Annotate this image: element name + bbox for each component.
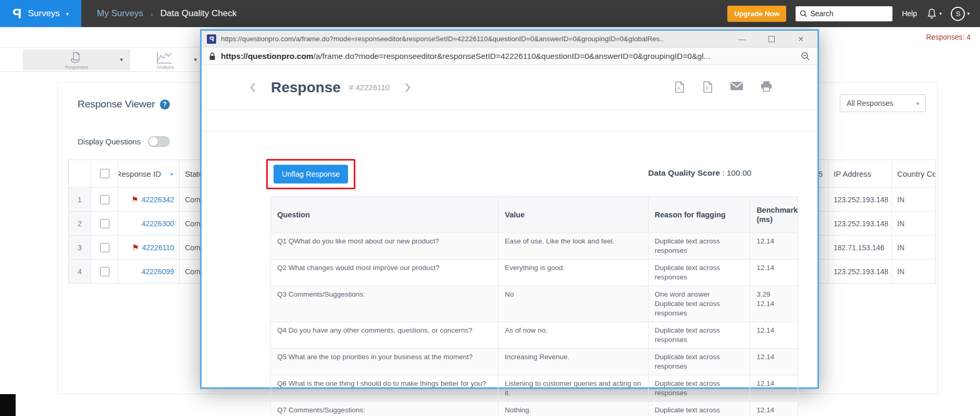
response-id-link[interactable]: 42226342 [142, 195, 174, 204]
response-id-link[interactable]: 42226110 [142, 243, 174, 252]
export-excel-icon[interactable]: X [702, 81, 713, 93]
row-checkbox[interactable] [100, 267, 109, 276]
unflag-response-button[interactable]: Unflag Response [274, 165, 348, 183]
upgrade-now-button[interactable]: Upgrade Now [727, 6, 786, 22]
benchmark-cell: 12.14 [750, 349, 798, 375]
country-cell: IN [891, 236, 935, 259]
analysis-tool-label: Analysis [147, 65, 183, 70]
chevron-down-icon: ▾ [939, 11, 942, 16]
response-tabs [202, 110, 817, 132]
print-icon[interactable] [760, 81, 773, 92]
window-titlebar[interactable]: P https://questionpro.com/a/frame.do?mod… [202, 31, 817, 47]
address-url-domain: https://questionpro.com [221, 52, 313, 60]
next-response-button[interactable] [404, 82, 411, 93]
account-menu[interactable]: S ▾ [951, 7, 970, 21]
reason-cell: Duplicate text across responses [648, 260, 750, 286]
breadcrumb-my-surveys[interactable]: My Surveys [97, 8, 143, 19]
lock-icon [209, 52, 216, 60]
question-cell: Q7 Comments/Suggestions: [271, 402, 498, 416]
page-title: Response Viewer [78, 99, 155, 110]
ip-address-cell: 182.71.153.146 [828, 236, 891, 259]
table-row: Q7 Comments/Suggestions: Nothing. Duplic… [271, 401, 798, 416]
flag-icon: ⚑ [131, 195, 138, 203]
help-circle-icon[interactable]: ? [160, 100, 170, 109]
question-cell: Q3 Comments/Suggestions: [271, 286, 498, 322]
table-row: Q4 Do you have any other comments, quest… [271, 322, 798, 348]
row-number: 2 [69, 212, 91, 235]
product-name: Surveys [28, 8, 59, 19]
table-row: Q5 What are the top priorities in your b… [271, 348, 798, 375]
responses-tool-button[interactable]: Responses ▾ [23, 50, 130, 70]
reason-cell: Duplicate text across responses [648, 233, 750, 259]
response-id-cell: ⚑ 42226099 [118, 260, 179, 283]
select-all-checkbox[interactable] [100, 169, 109, 178]
breadcrumb-current: Data Quality Check [160, 8, 237, 19]
maximize-icon[interactable] [768, 36, 775, 42]
flag-icon: ⚑ [132, 243, 139, 251]
response-header: Response # 42226110 A X [202, 65, 817, 110]
select-all-cell [91, 160, 118, 187]
svg-text:A: A [677, 85, 680, 91]
previous-response-button[interactable] [250, 82, 256, 93]
responses-count: Responses: 4 [926, 33, 971, 41]
bell-icon [926, 8, 937, 19]
avatar: S [951, 7, 965, 21]
response-id-link[interactable]: 42226300 [142, 219, 174, 228]
value-cell: Listening to customer queries and acting… [498, 375, 648, 401]
table-row: Q2 What changes would most improve our p… [271, 259, 798, 286]
chevron-down-icon[interactable]: ▾ [120, 56, 123, 63]
display-questions-label: Display Questions [78, 137, 141, 146]
minimize-icon[interactable]: — [738, 35, 746, 43]
window-title: https://questionpro.com/a/frame.do?mode=… [221, 35, 729, 43]
sort-ascending-icon[interactable]: ▲ [169, 171, 174, 176]
benchmark-cell: 12.14 [750, 402, 798, 416]
analytics-toolbar: Responses ▾ Analysis ▾ [0, 47, 200, 72]
responses-tool-label: Responses [23, 65, 130, 70]
analysis-tool-button[interactable]: Analysis ▾ [147, 50, 200, 70]
notifications-menu[interactable]: ▾ [926, 8, 942, 19]
response-id-link[interactable]: 42226099 [142, 267, 174, 276]
reason-cell: Duplicate text across responses [648, 322, 750, 348]
value-cell: Increasing Revenue. [498, 349, 648, 375]
country-header: Country Co [891, 160, 935, 187]
display-questions-toggle[interactable] [148, 136, 170, 147]
value-cell: Ease of use. Like the look and feel. [498, 233, 648, 259]
data-quality-table-body: Q1 QWhat do you like most about our new … [271, 233, 798, 416]
question-cell: Q4 Do you have any other comments, quest… [271, 322, 498, 348]
zoom-out-icon[interactable] [801, 52, 810, 61]
address-url-path: /a/frame.do?mode=responseeditor&response… [313, 52, 710, 60]
benchmark-cell: 3.2912.14 [750, 286, 798, 322]
row-checkbox[interactable] [100, 219, 109, 228]
row-checkbox[interactable] [100, 195, 109, 204]
search-icon [800, 10, 807, 17]
page-title-row: Response Viewer ? [78, 99, 170, 110]
score-label: Data Quality Score [648, 168, 720, 177]
reason-cell: Duplicate text across responses [648, 375, 750, 401]
global-search[interactable] [796, 6, 892, 21]
chevron-down-icon[interactable]: ▾ [194, 56, 197, 63]
response-filter-dropdown[interactable]: All Responses ▾ [840, 94, 926, 112]
address-url[interactable]: https://questionpro.com/a/frame.do?mode=… [221, 52, 796, 61]
help-link[interactable]: Help [902, 9, 917, 18]
response-id-cell: ⚑ 42226300 [118, 212, 179, 235]
row-checkbox-cell [91, 212, 118, 235]
product-switcher[interactable]: P Surveys ▾ [0, 0, 81, 27]
reason-cell: One word answerDuplicate text across res… [648, 286, 750, 322]
breadcrumb-separator-icon: › [151, 9, 153, 18]
value-cell: Everything is good. [498, 260, 648, 286]
search-input[interactable] [810, 9, 878, 18]
value-cell: As of now no. [498, 322, 648, 348]
benchmark-cell: 12.14 [750, 260, 798, 286]
email-icon[interactable] [730, 81, 743, 91]
question-cell: Q1 QWhat do you like most about our new … [271, 233, 498, 259]
ip-address-cell: 123.252.193.148 [828, 260, 891, 283]
response-editor-window: P https://questionpro.com/a/frame.do?mod… [200, 29, 819, 389]
navbar-right: Upgrade Now Help ▾ S ▾ [727, 6, 980, 22]
address-bar[interactable]: https://questionpro.com/a/frame.do?mode=… [202, 47, 817, 65]
analysis-chart-icon [155, 51, 173, 65]
response-id-header[interactable]: Response ID ▲ [118, 160, 179, 187]
row-checkbox[interactable] [100, 243, 109, 252]
export-pdf-icon[interactable]: A [674, 81, 685, 93]
close-icon[interactable]: ✕ [798, 35, 804, 43]
data-quality-table-header: Question Value Reason for flagging Bench… [271, 197, 798, 233]
